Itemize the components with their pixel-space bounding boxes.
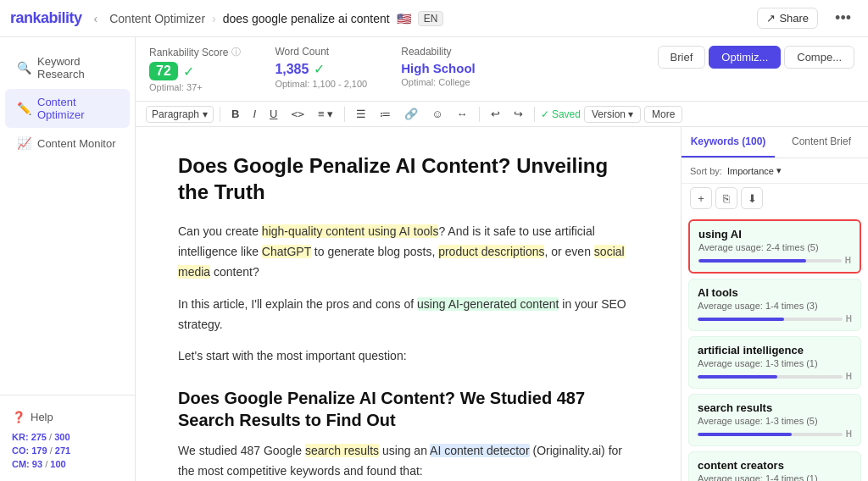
nav-back-arrow[interactable]: ‹	[89, 10, 103, 27]
panel-tabs: Brief Optimiz... Compe...	[658, 46, 854, 69]
share-button[interactable]: ↗ Share	[757, 8, 818, 29]
bullet-list-button[interactable]: ☰	[351, 105, 371, 123]
sort-by-label: Sort by:	[690, 166, 722, 176]
sidebar-item-label: Content Optimizer	[37, 96, 118, 121]
panel-tab-compete[interactable]: Compe...	[784, 46, 854, 69]
download-button[interactable]: ⬇	[741, 187, 763, 209]
arrows-button[interactable]: ↔	[452, 105, 473, 123]
readability-optimal: Optimal: College	[401, 77, 476, 87]
wordcount-label: Word Count	[275, 46, 367, 58]
keyword-usage: Average usage: 1-4 times (3)	[698, 301, 852, 311]
keyword-bar-bg	[698, 318, 843, 321]
keyword-bar: H	[698, 314, 852, 323]
keyword-item[interactable]: using AI Average usage: 2-4 times (5) H	[688, 219, 861, 274]
info-icon[interactable]: ⓘ	[231, 46, 241, 58]
sidebar-item-label: Content Monitor	[37, 137, 116, 150]
breadcrumb-separator: ›	[212, 12, 216, 25]
panel-tab-optimize[interactable]: Optimiz...	[709, 46, 781, 69]
edit-icon: ✏️	[17, 102, 31, 115]
bold-button[interactable]: B	[226, 105, 244, 123]
link-button[interactable]: 🔗	[399, 105, 423, 123]
align-button[interactable]: ≡ ▾	[313, 105, 338, 123]
breadcrumb-parent[interactable]: Content Optimizer	[109, 12, 205, 25]
wordcount-optimal: Optimal: 1,100 - 2,100	[275, 79, 367, 89]
help-icon: ❓	[12, 411, 25, 423]
highlight-product-desc: product descriptions	[438, 245, 544, 258]
score-badge: 72	[149, 62, 178, 80]
lang-badge: EN	[418, 11, 444, 26]
editor-p2: In this article, I'll explain the pros a…	[178, 295, 638, 335]
metric-wordcount: Word Count 1,385 ✓ Optimal: 1,100 - 2,10…	[275, 46, 367, 89]
sort-value-button[interactable]: Importance ▾	[727, 165, 782, 176]
keyword-usage: Average usage: 2-4 times (5)	[698, 242, 851, 252]
keyword-item[interactable]: AI tools Average usage: 1-4 times (3) H	[688, 279, 861, 331]
paragraph-select[interactable]: Paragraph ▾	[146, 106, 214, 123]
rp-tab-keywords[interactable]: Keywords (100)	[682, 127, 775, 158]
sidebar-item-label: Keyword Research	[37, 55, 118, 80]
keyword-bar: H	[698, 256, 851, 265]
keyword-h-badge: H	[846, 314, 852, 323]
keyword-name: artificial intelligence	[698, 344, 852, 357]
editor-p3: Let's start with the most important ques…	[178, 346, 638, 367]
keyword-item[interactable]: content creators Average usage: 1-4 time…	[688, 451, 861, 481]
saved-label: ✓ Saved	[541, 108, 581, 120]
sidebar-item-content-monitor[interactable]: 📈 Content Monitor	[5, 130, 130, 157]
readability-value: High School	[401, 61, 476, 75]
flag-icon: 🇺🇸	[397, 12, 411, 25]
readability-label: Readability	[401, 46, 476, 58]
sidebar: 🔍 Keyword Research ✏️ Content Optimizer …	[0, 37, 136, 481]
editor-p1: Can you create high-quality content usin…	[178, 222, 638, 282]
editor-h1: Does Google Penalize AI Content? Unveili…	[178, 152, 638, 205]
sidebar-item-content-optimizer[interactable]: ✏️ Content Optimizer	[5, 89, 130, 128]
redo-button[interactable]: ↪	[509, 105, 528, 123]
toolbar-divider-4	[534, 107, 535, 122]
italic-button[interactable]: I	[248, 105, 261, 123]
help-label: Help	[31, 411, 53, 423]
more-menu-button[interactable]: •••	[828, 8, 858, 29]
breadcrumb: Content Optimizer › does google penalize…	[109, 11, 443, 26]
keyword-item[interactable]: search results Average usage: 1-3 times …	[688, 394, 861, 446]
main-layout: 🔍 Keyword Research ✏️ Content Optimizer …	[0, 37, 868, 481]
panel-tab-brief[interactable]: Brief	[658, 46, 706, 69]
wordcount-value: 1,385	[275, 62, 309, 77]
editor[interactable]: Does Google Penalize AI Content? Unveili…	[136, 127, 682, 481]
logo-rank: rank	[10, 9, 41, 26]
toolbar-divider-2	[344, 107, 345, 122]
undo-button[interactable]: ↩	[486, 105, 505, 123]
help-item[interactable]: ❓ Help	[0, 404, 135, 430]
numbered-list-button[interactable]: ≔	[375, 105, 396, 123]
metric-score: Rankability Score ⓘ 72 ✓ Optimal: 37+	[149, 46, 241, 92]
keyword-bar-fill	[698, 318, 784, 321]
search-icon: 🔍	[17, 61, 31, 75]
highlight-chatgpt: ChatGPT	[262, 245, 311, 258]
keyword-usage: Average usage: 1-3 times (5)	[698, 416, 852, 426]
keyword-item[interactable]: artificial intelligence Average usage: 1…	[688, 336, 861, 389]
right-panel: Keywords (100) Content Brief Sort by: Im…	[682, 127, 868, 481]
content-area: Rankability Score ⓘ 72 ✓ Optimal: 37+ Wo…	[136, 37, 868, 481]
metrics-bar: Rankability Score ⓘ 72 ✓ Optimal: 37+ Wo…	[136, 37, 868, 102]
version-button[interactable]: Version ▾	[584, 106, 641, 123]
emoji-button[interactable]: ☺	[426, 105, 448, 123]
keyword-name: content creators	[698, 459, 852, 472]
underline-button[interactable]: U	[264, 105, 282, 123]
chart-icon: 📈	[17, 136, 31, 150]
share-icon: ↗	[766, 12, 776, 25]
keyword-bar-fill	[698, 433, 792, 436]
sidebar-item-keyword-research[interactable]: 🔍 Keyword Research	[5, 48, 130, 87]
editor-container: Does Google Penalize AI Content? Unveili…	[136, 127, 868, 481]
chevron-down-icon: ▾	[203, 108, 208, 120]
share-label: Share	[779, 12, 809, 25]
keyword-h-badge: H	[846, 372, 852, 381]
sidebar-bottom: ❓ Help KR: 275 / 300 CO: 179 / 271 CM: 9…	[0, 395, 135, 471]
toolbar-divider-3	[479, 107, 480, 122]
copy-button[interactable]: ⎘	[715, 187, 737, 209]
rp-tab-content-brief[interactable]: Content Brief	[775, 127, 868, 158]
add-keyword-button[interactable]: +	[690, 187, 712, 209]
wordcount-value-row: 1,385 ✓	[275, 61, 367, 77]
more-tools-button[interactable]: More	[644, 106, 682, 123]
highlight-ai-tools: high-quality content using AI tools	[262, 224, 439, 238]
readability-value-row: High School	[401, 61, 476, 75]
header-right: ↗ Share •••	[757, 8, 858, 29]
code-button[interactable]: <>	[286, 105, 309, 123]
paragraph-label: Paragraph	[152, 108, 199, 120]
